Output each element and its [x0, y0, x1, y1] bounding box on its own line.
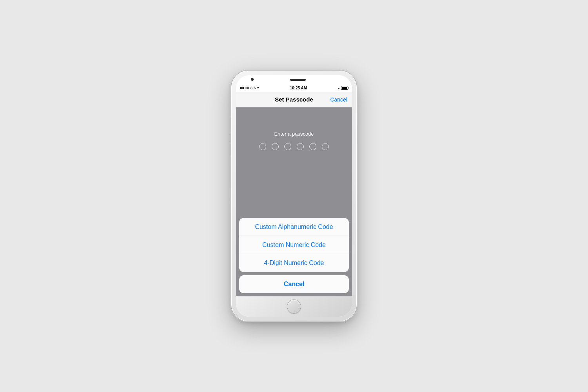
speaker [290, 79, 306, 81]
battery-icon [341, 86, 348, 90]
battery-fill [342, 87, 347, 89]
signal-dot-2 [242, 87, 244, 89]
passcode-dot-6 [322, 143, 329, 150]
passcode-dot-1 [259, 143, 266, 150]
passcode-dot-4 [297, 143, 304, 150]
passcode-dot-5 [309, 143, 316, 150]
nav-title: Set Passcode [275, 96, 313, 103]
status-left: AIS ▾ [240, 86, 259, 90]
screen-content: Enter a passcode Passcode Options Custom… [236, 107, 352, 296]
action-sheet-item-4digit[interactable]: 4-Digit Numeric Code [239, 254, 349, 272]
action-sheet-main: Custom Alphanumeric Code Custom Numeric … [239, 218, 349, 272]
passcode-dot-3 [284, 143, 291, 150]
action-sheet-cancel-button[interactable]: Cancel [239, 275, 349, 293]
action-sheet: Custom Alphanumeric Code Custom Numeric … [236, 218, 352, 296]
home-button[interactable] [287, 299, 301, 314]
status-right: ⬥ [338, 86, 348, 90]
phone-device: AIS ▾ 10:25 AM ⬥ Set Passcode Cancel Ent… [231, 71, 357, 321]
signal-dot-3 [245, 87, 247, 89]
navigation-bar: Set Passcode Cancel [236, 92, 352, 107]
action-sheet-item-alphanumeric[interactable]: Custom Alphanumeric Code [239, 218, 349, 236]
passcode-dots [259, 143, 329, 150]
signal-dot-4 [247, 87, 249, 89]
action-sheet-item-numeric[interactable]: Custom Numeric Code [239, 236, 349, 254]
passcode-prompt: Enter a passcode [274, 131, 314, 137]
front-camera [251, 78, 254, 81]
wifi-icon: ▾ [257, 86, 259, 90]
signal-dot-1 [240, 87, 242, 89]
status-time: 10:25 AM [290, 86, 307, 90]
passcode-dot-2 [272, 143, 279, 150]
bluetooth-icon: ⬥ [338, 86, 340, 90]
phone-top-bar [236, 75, 352, 84]
status-bar: AIS ▾ 10:25 AM ⬥ [236, 84, 352, 92]
nav-cancel-button[interactable]: Cancel [330, 96, 347, 103]
signal-strength [240, 87, 249, 89]
carrier-label: AIS [250, 86, 256, 90]
home-button-area [236, 296, 352, 317]
